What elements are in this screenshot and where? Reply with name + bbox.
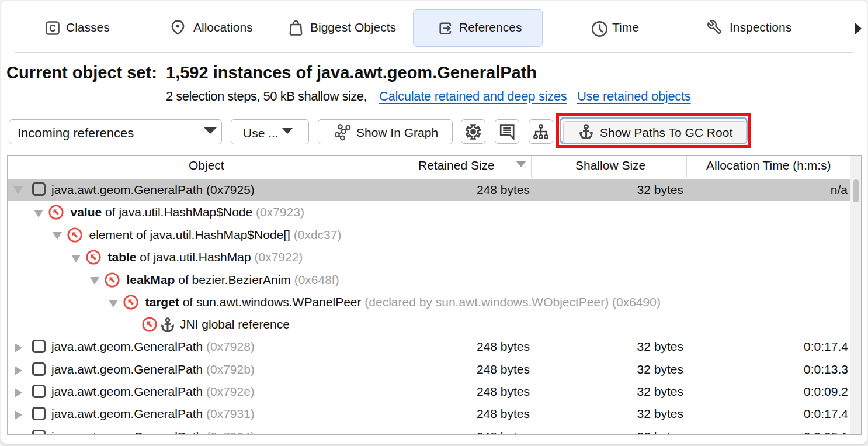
svg-text:C: C xyxy=(49,23,56,33)
